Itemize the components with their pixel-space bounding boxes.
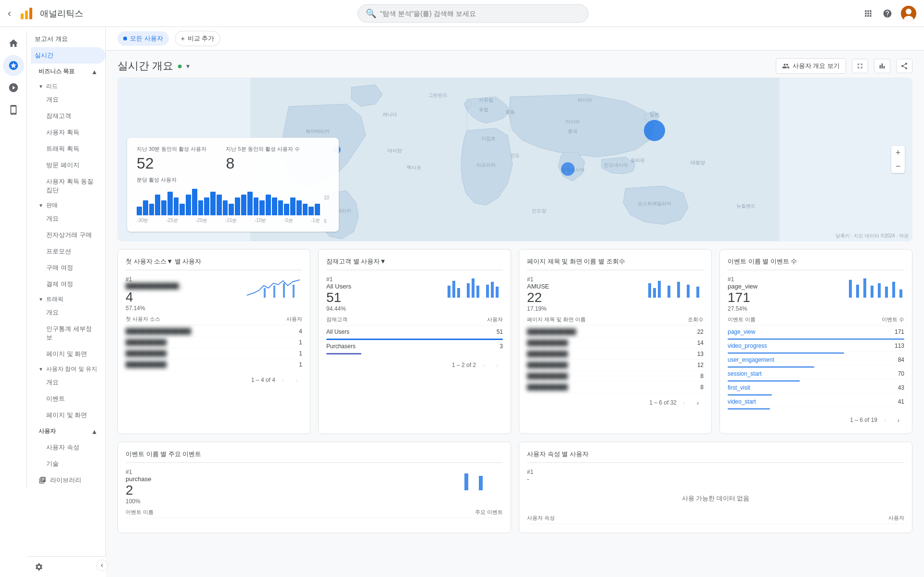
sidebar-category-users[interactable]: 사용자 ▲: [31, 423, 105, 439]
card4-pct: 27.54%: [728, 305, 757, 312]
svg-rect-34: [264, 288, 266, 298]
next-page-btn[interactable]: ›: [291, 374, 302, 386]
help-icon[interactable]: [882, 8, 893, 19]
sidebar-item-user-acquisition[interactable]: 사용자 획득: [31, 124, 105, 141]
zoom-in-btn[interactable]: +: [891, 146, 905, 159]
share-btn[interactable]: [896, 59, 912, 73]
svg-text:뉴질랜드: 뉴질랜드: [736, 203, 756, 209]
settings-item[interactable]: [27, 556, 106, 577]
prev-page-btn[interactable]: ‹: [478, 359, 489, 371]
segment-button[interactable]: 모든 사용자: [117, 31, 169, 46]
sidebar-category-business-goals[interactable]: 비즈니스 목표 ▲: [31, 64, 105, 79]
table-row: All Users 51: [326, 327, 503, 338]
sidebar-item-pages-screens[interactable]: 페이지 및 화면: [31, 346, 105, 362]
svg-rect-37: [293, 285, 295, 298]
svg-rect-61: [899, 289, 902, 298]
table-row: video_start 41: [728, 396, 904, 407]
apps-icon[interactable]: [862, 8, 874, 19]
prev-page-btn[interactable]: ‹: [277, 374, 289, 386]
svg-text:아프리카: 아프리카: [476, 162, 496, 168]
prev-page-btn[interactable]: ‹: [679, 397, 690, 408]
user-avatar[interactable]: [901, 6, 916, 21]
svg-rect-40: [457, 288, 460, 298]
zoom-out-btn[interactable]: −: [891, 159, 905, 173]
sidebar-item-visit-pages[interactable]: 방문 페이지: [31, 157, 105, 173]
card2-table-header: 잠재고객 사용자: [326, 314, 503, 326]
card-page-views: 페이지 제목 및 화면 이름 별 조회수 #1 AMUSE 22 17.19%: [519, 249, 712, 434]
sidebar-item-user-cohort[interactable]: 사용자 획득 동질 집단: [31, 173, 105, 198]
dropdown-arrow-icon[interactable]: ▾: [186, 62, 190, 70]
home-icon-strip[interactable]: [3, 33, 24, 54]
svg-rect-36: [283, 283, 285, 298]
sidebar-item-user-attributes[interactable]: 사용자 속성: [31, 439, 105, 456]
svg-rect-1: [25, 11, 28, 19]
sidebar-item-ecommerce[interactable]: 전자상거래 구매: [31, 227, 105, 243]
search-input[interactable]: [380, 10, 580, 17]
sidebar-item-demographics[interactable]: 인구통계 세부정보: [31, 321, 105, 346]
card5-value: 2: [126, 483, 151, 498]
svg-rect-63: [479, 476, 483, 490]
sidebar-item-traffic-acquisition[interactable]: 트래픽 획득: [31, 141, 105, 157]
fullscreen-btn[interactable]: [852, 59, 868, 73]
search-bar[interactable]: 🔍: [358, 4, 589, 23]
phone-icon-strip[interactable]: [3, 99, 24, 120]
mini-chart-label: 분당 활성 사용자: [137, 176, 329, 184]
sidebar-item-engagement-overview[interactable]: 개요: [31, 374, 105, 391]
svg-text:유럽: 유럽: [479, 107, 488, 112]
svg-text:필리핀: 필리핀: [630, 157, 645, 163]
sidebar: 보고서 개요 실시간 비즈니스 목표 ▲ ▼ 리드 개요 잠재고객 사용자 획득…: [0, 27, 106, 577]
svg-rect-49: [658, 281, 661, 298]
sidebar-group-traffic[interactable]: ▼ 트래픽: [31, 292, 105, 304]
sidebar-item-promotions[interactable]: 프로모션: [31, 243, 105, 260]
sidebar-item-sales-overview[interactable]: 개요: [31, 210, 105, 227]
target-icon-strip[interactable]: [3, 77, 24, 98]
sidebar-item-report-overview[interactable]: 보고서 개요: [31, 31, 105, 47]
sidebar-item-events[interactable]: 이벤트: [31, 391, 105, 407]
sidebar-group-engagement[interactable]: ▼ 사용자 참여 및 유지: [31, 362, 105, 374]
sidebar-group-sales[interactable]: ▼ 판매: [31, 198, 105, 210]
sidebar-item-overview[interactable]: 개요: [31, 92, 105, 108]
sidebar-item-purchase-journey[interactable]: 구매 여정: [31, 260, 105, 276]
sidebar-item-realtime[interactable]: 실시간: [31, 47, 105, 64]
user-overview-btn[interactable]: 사용자 개요 보기: [776, 58, 846, 74]
prev-page-btn[interactable]: ‹: [879, 414, 891, 426]
sidebar-collapse-btn[interactable]: [96, 560, 108, 571]
svg-rect-35: [273, 286, 275, 298]
plus-icon: +: [181, 35, 185, 42]
next-page-btn[interactable]: ›: [692, 397, 704, 408]
sidebar-item-potential-customers[interactable]: 잠재고객: [31, 108, 105, 124]
sidebar-item-technology[interactable]: 기술: [31, 456, 105, 472]
sidebar-item-traffic-overview[interactable]: 개요: [31, 304, 105, 321]
table-row: ██████████ 12: [527, 360, 704, 371]
chart-y-top: 10: [324, 195, 329, 200]
segment-circle: [123, 37, 127, 40]
next-page-btn[interactable]: ›: [491, 359, 503, 371]
card2-title: 잠재고객 별 사용자▼: [326, 257, 503, 270]
realtime-icon-strip[interactable]: [3, 55, 24, 76]
sidebar-group-leads[interactable]: ▼ 리드: [31, 79, 105, 92]
card2-pct: 94.44%: [326, 305, 351, 312]
back-button[interactable]: ‹: [8, 7, 11, 20]
card3-rank: #1: [527, 276, 549, 283]
card-key-events: 이벤트 이름 별 주요 이벤트 #1 purchase 2 100% 이벤트 이…: [117, 442, 511, 533]
active-5min-value: 8: [226, 155, 299, 172]
sidebar-library[interactable]: 라이브러리: [31, 472, 105, 488]
svg-text:오스트레일리아: 오스트레일리아: [638, 201, 671, 206]
chart-view-btn[interactable]: [874, 59, 890, 73]
card4-top-label: page_view: [728, 283, 757, 290]
sidebar-item-checkout-journey[interactable]: 결제 여정: [31, 276, 105, 292]
svg-text:태평양: 태평양: [691, 160, 705, 165]
bar-segment: [235, 197, 240, 215]
bar-segment: [143, 200, 148, 215]
table-row: page_view 171: [728, 327, 904, 338]
next-page-btn[interactable]: ›: [893, 414, 904, 426]
compare-button[interactable]: + 비교 추가: [175, 31, 221, 46]
bar-segment: [308, 207, 314, 215]
svg-rect-62: [464, 473, 468, 490]
bar-segment: [161, 200, 167, 215]
card1-pagination: 1 – 4 of 4 ‹ ›: [126, 370, 302, 386]
svg-text:그린란드: 그린란드: [428, 92, 448, 98]
card2-top-label: All Users: [326, 283, 351, 290]
sidebar-item-pages-screens2[interactable]: 페이지 및 화면: [31, 407, 105, 423]
bar-segment: [296, 200, 302, 215]
